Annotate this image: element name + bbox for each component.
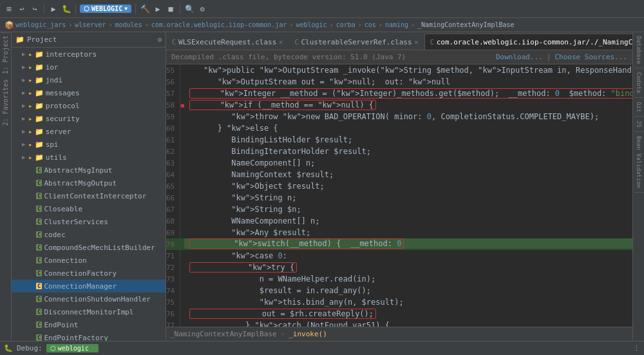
line-number: 62 — [166, 146, 180, 157]
right-label-js[interactable]: JS — [634, 117, 643, 132]
path-segment-8[interactable]: _NamingContextAnyImplBase — [417, 21, 515, 28]
path-segment-1[interactable]: wlserver — [75, 21, 106, 28]
toolbar-icon-3[interactable]: ↪ — [30, 4, 40, 14]
project-panel: 📁 Project ⚙ ▶ ▸📁 interceptors ▶ ▸📁 ior ▶… — [12, 32, 166, 341]
stop-icon[interactable]: ■ — [166, 4, 176, 14]
line-number: 58 — [166, 99, 180, 111]
right-label-codota[interactable]: Codota — [634, 68, 643, 98]
line-number: 77 — [166, 320, 180, 327]
path-segment-5[interactable]: corba — [336, 21, 355, 28]
sep-1 — [44, 4, 44, 14]
folder-icon: ▸ — [28, 50, 33, 59]
project-title: Project — [27, 35, 57, 44]
choose-sources-link[interactable]: Choose Sources... — [554, 53, 627, 61]
tree-item[interactable]: ▶ ▸📁 ior — [12, 61, 166, 73]
tab-clusterable[interactable]: C ClusterableServerRef.class × — [289, 34, 424, 50]
code-content: "kw">Object $result; — [184, 180, 632, 192]
path-segment-3[interactable]: com.oracle.weblogic.iiop-common.jar — [151, 21, 287, 28]
tree-label: spi — [46, 140, 59, 149]
tree-item[interactable]: C ConnectionShutdownHandler — [12, 293, 166, 305]
tree-item[interactable]: C ClientContextInterceptor — [12, 189, 166, 202]
server-close[interactable]: × — [91, 345, 95, 352]
tree-label: Closeable — [44, 205, 82, 213]
tree-item[interactable]: C codec — [12, 228, 166, 241]
tree-item[interactable]: ▶ ▸📁 spi — [12, 138, 166, 151]
tab-clusterable-close[interactable]: × — [415, 39, 419, 46]
run-icon[interactable]: ▶ — [48, 4, 59, 14]
folder-open-icon: 📁 — [35, 140, 44, 149]
project-side-label[interactable]: 1: Project — [1, 32, 10, 77]
path-segment-2[interactable]: modules — [115, 21, 142, 28]
code-annotation-box: out = $rh.createReply(); — [189, 309, 376, 319]
tree-label: ConnectionManager — [44, 282, 117, 291]
code-view[interactable]: 55 "kw">public "kw">OutputStream _invoke… — [166, 64, 632, 327]
tree-item[interactable]: ▶ ▸📁 utils — [12, 151, 166, 164]
tree-item[interactable]: ▶ ▸📁 interceptors — [12, 48, 166, 61]
breakpoint-cell[interactable]: ● — [180, 99, 185, 111]
run2-icon[interactable]: ▶ — [153, 4, 163, 14]
right-label-database[interactable]: Database — [634, 32, 643, 68]
search-icon[interactable]: 🔍 — [184, 4, 194, 14]
code-line: 55 "kw">public "kw">OutputStream _invoke… — [166, 64, 632, 76]
tree-item[interactable]: C ClusterServices — [12, 215, 166, 228]
path-segment-4[interactable]: weblogic — [296, 21, 327, 28]
debug-run-icon[interactable]: 🐛 — [61, 4, 71, 14]
download-link[interactable]: Download... — [496, 53, 543, 61]
code-content: $result = in.read_any(); — [184, 285, 632, 296]
code-content: "kw">switch(__method) { __method: 0 — [184, 238, 632, 249]
line-number: 65 — [166, 180, 180, 192]
cls-badge: C — [36, 296, 42, 302]
settings-icon[interactable]: ⚙ — [197, 4, 207, 14]
tree-item[interactable]: C CompoundSecMechListBuilder — [12, 241, 166, 254]
tree-item[interactable]: C EndPointFactory — [12, 331, 166, 341]
tree-item[interactable]: C Connection — [12, 254, 166, 267]
project-gear-icon[interactable]: ⚙ — [157, 35, 162, 44]
info-bar: Decompiled .class file, bytecode version… — [166, 50, 632, 64]
tree-arrow: ▶ — [22, 154, 28, 160]
right-label-bean[interactable]: Bean Validation — [634, 132, 643, 193]
tree-arrow: ▶ — [22, 115, 28, 122]
tree-item[interactable]: ▶ ▸📁 jndi — [12, 73, 166, 86]
tree-item[interactable]: ▶ ▸📁 protocol — [12, 99, 166, 112]
jar-icon: 📦 — [4, 20, 14, 30]
cls-badge: C — [36, 309, 42, 315]
code-content: "kw">String n; — [184, 192, 632, 204]
path-segment-7[interactable]: naming — [385, 21, 408, 28]
tree-item[interactable]: C EndPoint — [12, 318, 166, 331]
tree-item[interactable]: C AbstractMsgInput — [12, 164, 166, 177]
path-segment-0[interactable]: weblogic_jars — [15, 21, 66, 28]
tab-wls-execute-close[interactable]: × — [279, 39, 283, 46]
tree-item[interactable]: C ConnectionFactory — [12, 267, 166, 280]
left-side-panel: 1: Project 2: Favorites — [0, 32, 12, 341]
tab-naming-active[interactable]: C com.oracle.weblogic.iiop-common.jar/./… — [424, 34, 632, 50]
toolbar-icon-2[interactable]: ↩ — [17, 4, 27, 14]
tree-item[interactable]: ▶ ▸📁 messages — [12, 86, 166, 99]
tree-label: AbstractMsgInput — [44, 166, 112, 175]
status-menu-dots[interactable]: ⋮ — [633, 344, 640, 352]
line-number: 66 — [166, 192, 180, 204]
code-content: } "kw">else { — [184, 122, 632, 134]
tree-label: jndi — [46, 76, 63, 84]
weblogic-dropdown[interactable]: ⬡ WEBLOGIC ▼ — [80, 5, 131, 13]
server-badge[interactable]: ⬡ weblogic × — [46, 344, 99, 352]
tab-wls-execute[interactable]: C WLSExecuteRequest.class × — [166, 34, 289, 50]
tab-clusterable-label: ClusterableServerRef.class — [301, 38, 412, 46]
debug-label: Debug: — [17, 344, 43, 352]
tree-item[interactable]: C AbstractMsgOutput — [12, 177, 166, 189]
favorites-side-label[interactable]: 2: Favorites — [1, 77, 10, 128]
build-icon[interactable]: 🔨 — [140, 4, 150, 14]
folder-open-icon: 📁 — [35, 50, 44, 59]
tree-arrow: ▶ — [22, 90, 28, 96]
tree-item[interactable]: ▶ ▸📁 security — [12, 112, 166, 125]
tree-item[interactable]: C DisconnectMonitorImpl — [12, 305, 166, 318]
right-panel-labels: Database Codota Git JS Bean Validation — [632, 32, 644, 341]
right-label-git[interactable]: Git — [634, 98, 643, 117]
tree-item[interactable]: C Closeable — [12, 202, 166, 215]
code-line: 70 "kw">switch(__method) { __method: 0 — [166, 238, 632, 250]
tree-item[interactable]: C ConnectionManager — [12, 280, 166, 293]
tree-label: codec — [44, 231, 65, 239]
path-segment-6[interactable]: cos — [365, 21, 376, 28]
toolbar-icon-1[interactable]: ⊞ — [4, 4, 14, 14]
tree-item[interactable]: ▶ ▸📁 server — [12, 125, 166, 138]
code-content: BindingIteratorHolder $result; — [184, 146, 632, 157]
